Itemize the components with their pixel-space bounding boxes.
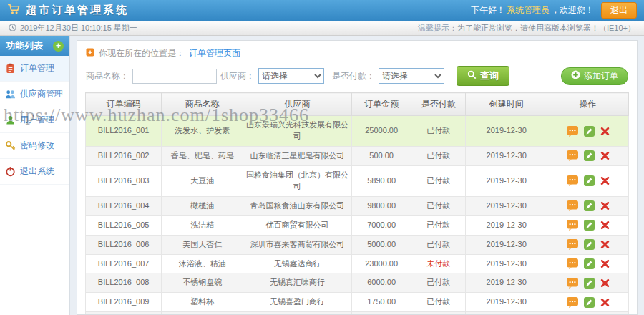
provider-cell: 国粮食油集团（北京）有限公司 <box>243 165 352 196</box>
delete-order-icon[interactable] <box>600 176 610 185</box>
order-code-cell: BILL2016_003 <box>86 165 162 196</box>
amount-cell: 5890.00 <box>351 165 411 196</box>
view-order-icon[interactable] <box>567 200 578 211</box>
edit-order-icon[interactable] <box>584 126 595 137</box>
delete-order-icon[interactable] <box>600 259 610 268</box>
amount-cell: 2000.00 <box>351 312 411 315</box>
edit-order-icon[interactable] <box>584 239 595 250</box>
orders-icon <box>5 63 16 74</box>
sidebar-item-password[interactable]: 密码修改 <box>0 133 69 159</box>
view-order-icon[interactable] <box>567 239 578 250</box>
table-row: BILL2016_004橄榄油青岛国粮食油山东有限公司9800.00已付款201… <box>86 196 629 215</box>
created-date-cell: 2019-12-30 <box>466 165 547 196</box>
topbar-right: 下午好！系统管理员，欢迎您！ 退出 <box>471 2 637 19</box>
view-order-icon[interactable] <box>567 175 578 186</box>
column-header: 供应商 <box>243 93 352 116</box>
cart-icon <box>7 4 21 17</box>
payment-label: 是否付款： <box>332 70 375 82</box>
browser-tip: 温馨提示：为了能正常浏览，请使用高版本浏览器！（IE10+） <box>418 23 635 34</box>
order-code-cell: BILL2016_008 <box>86 273 162 293</box>
created-date-cell: 2019-12-30 <box>466 312 547 315</box>
operations-cell <box>547 116 629 147</box>
delete-order-icon[interactable] <box>600 220 610 230</box>
sidebar-item-exit[interactable]: 退出系统 <box>0 159 69 185</box>
created-date-cell: 2019-12-30 <box>466 146 547 165</box>
operations-cell <box>547 215 629 235</box>
edit-order-icon[interactable] <box>584 175 595 186</box>
created-date-cell: 2019-12-30 <box>466 273 547 293</box>
sidebar-header: 功能列表 + <box>0 36 69 56</box>
sidebar: 功能列表 + 订单管理供应商管理用户管理密码修改退出系统 <box>0 36 70 315</box>
table-header-row: 订单编码商品名称供应商订单金额是否付款创建时间操作 <box>86 93 629 116</box>
operations-cell <box>547 293 629 312</box>
provider-select[interactable]: 请选择 <box>258 68 324 84</box>
table-row: BILL2016_009塑料杯无锡喜盈门商行1750.00已付款2019-12-… <box>86 293 629 312</box>
column-header: 订单编码 <box>86 93 162 116</box>
amount-cell: 6000.00 <box>351 273 411 293</box>
operations-cell <box>547 165 629 196</box>
logout-button[interactable]: 退出 <box>601 2 637 19</box>
payment-status-cell: 已付款 <box>411 146 466 165</box>
view-order-icon[interactable] <box>567 220 578 231</box>
view-order-icon[interactable] <box>567 278 578 289</box>
breadcrumb-prefix: 你现在所在的位置是： <box>99 47 185 59</box>
delete-order-icon[interactable] <box>600 278 610 288</box>
sidebar-item-orders[interactable]: 订单管理 <box>0 56 69 82</box>
edit-order-icon[interactable] <box>584 258 595 269</box>
operations-cell <box>547 273 629 293</box>
edit-order-icon[interactable] <box>584 150 595 161</box>
sidebar-add-button[interactable]: + <box>53 41 64 52</box>
provider-cell: 山东景瑞兴光科技发展有限公司 <box>243 116 352 147</box>
datetime-text: 2019年12月30日 10:10:15 星期一 <box>20 23 137 34</box>
delete-order-icon[interactable] <box>600 127 610 136</box>
delete-order-icon[interactable] <box>600 298 610 307</box>
operations-cell <box>547 196 629 215</box>
tip-text: 为了能正常浏览，请使用高版本浏览器！（IE10+） <box>457 24 635 32</box>
edit-order-icon[interactable] <box>584 220 595 231</box>
created-date-cell: 2019-12-30 <box>466 235 547 254</box>
content-card: 你现在所在的位置是： 订单管理页面 商品名称： 供应商： 请选择 是否付款： 请… <box>77 40 638 315</box>
table-row: BILL2016_003大豆油国粮食油集团（北京）有限公司5890.00已付款2… <box>86 165 629 196</box>
payment-status-cell: 已付款 <box>411 116 466 147</box>
product-name-cell: 豆瓣酱 <box>162 312 243 315</box>
tip-label: 温馨提示： <box>418 24 457 32</box>
delete-order-icon[interactable] <box>600 201 610 210</box>
view-order-icon[interactable] <box>567 297 578 308</box>
sidebar-item-users[interactable]: 用户管理 <box>0 107 69 133</box>
delete-order-icon[interactable] <box>600 240 610 249</box>
edit-order-icon[interactable] <box>584 200 595 211</box>
user-role-link[interactable]: 系统管理员 <box>507 5 550 15</box>
view-order-icon[interactable] <box>567 150 578 161</box>
provider-cell: 深圳市喜来客商贸有限公司 <box>243 235 352 254</box>
sidebar-title: 功能列表 <box>6 39 43 52</box>
edit-order-icon[interactable] <box>584 278 595 289</box>
product-name-input[interactable] <box>132 69 217 84</box>
payment-select[interactable]: 请选择 <box>379 68 444 84</box>
sidebar-item-suppliers[interactable]: 供应商管理 <box>0 82 69 107</box>
view-order-icon[interactable] <box>567 126 578 137</box>
order-code-cell: BILL2016_004 <box>86 196 162 215</box>
provider-cell: 青岛国粮食油山东有限公司 <box>243 196 352 215</box>
amount-cell: 25000.00 <box>351 116 411 147</box>
edit-order-icon[interactable] <box>584 297 595 308</box>
product-name-cell: 香皂、肥皂、药皂 <box>162 146 243 165</box>
delete-order-icon[interactable] <box>600 151 610 160</box>
orders-table: 订单编码商品名称供应商订单金额是否付款创建时间操作 BILL2016_001洗发… <box>85 92 629 315</box>
query-button[interactable]: 查询 <box>457 66 509 86</box>
app-title: 超市订单管理系统 <box>26 4 129 17</box>
product-name-cell: 不锈钢盘碗 <box>162 273 243 293</box>
amount-cell: 9800.00 <box>351 196 411 215</box>
column-header: 创建时间 <box>466 93 547 116</box>
product-name-cell: 塑料杯 <box>162 293 243 312</box>
sidebar-item-label: 订单管理 <box>20 62 54 74</box>
add-order-button[interactable]: 添加订单 <box>561 67 628 85</box>
order-code-cell: BILL2016_009 <box>86 293 162 312</box>
view-order-icon[interactable] <box>567 258 578 269</box>
column-header: 订单金额 <box>351 93 411 116</box>
brand: 超市订单管理系统 <box>7 4 129 17</box>
order-code-cell: BILL2016_007 <box>86 254 162 273</box>
breadcrumb: 你现在所在的位置是： 订单管理页面 <box>77 41 637 63</box>
add-order-label: 添加订单 <box>584 70 618 82</box>
payment-status-cell: 已付款 <box>411 215 466 235</box>
column-header: 是否付款 <box>411 93 466 116</box>
